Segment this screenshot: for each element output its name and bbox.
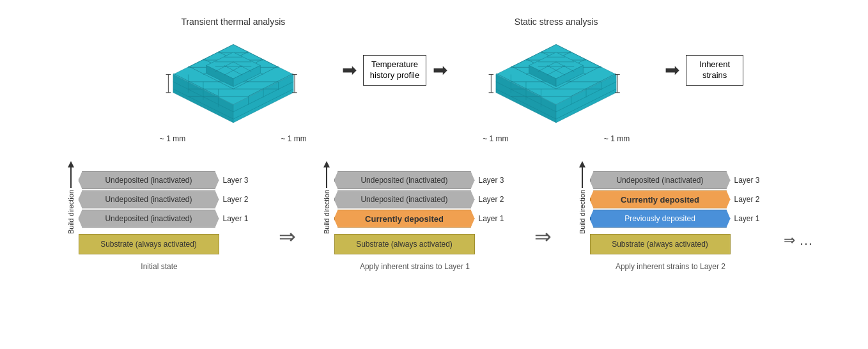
- transient-dim-right: ~ 1 mm: [281, 134, 307, 143]
- state3-layers: Undeposited (inactivated) Layer 3 Curren…: [590, 171, 763, 254]
- state1-layer1-row: Undeposited (inactivated) Layer 1: [79, 210, 252, 228]
- transient-dim-left: ~ 1 mm: [160, 134, 185, 143]
- state2-layer2-row: Undeposited (inactivated) Layer 2: [334, 190, 508, 208]
- state1-substrate-box: Substrate (always activated): [79, 234, 219, 254]
- state2-substrate-row: Substrate (always activated): [334, 231, 508, 254]
- build-dir-label-1: Build direction: [67, 190, 75, 234]
- state1-layer3-row: Undeposited (inactivated) Layer 3: [79, 171, 252, 189]
- state2-layer1-label: Layer 1: [479, 214, 508, 223]
- state1-layer2-label: Layer 2: [223, 195, 252, 204]
- state3-layer3-box: Undeposited (inactivated): [590, 171, 731, 189]
- arrow-from-temp: ➡: [433, 61, 447, 79]
- state3-label: Apply inherent strains to Layer 2: [616, 262, 725, 271]
- state3-layer1-box: Previously deposited: [590, 210, 731, 228]
- inherent-strains-label: Inherentstrains: [699, 59, 730, 80]
- state1-layer1-box: Undeposited (inactivated): [79, 210, 219, 228]
- state3-layer3-label: Layer 3: [734, 176, 763, 185]
- arrow-state1-2: ⇒: [268, 224, 306, 249]
- state3-layer1-label: Layer 1: [734, 214, 763, 223]
- state3-diagram: Build direction Undeposited (inactivated…: [578, 160, 763, 254]
- state1-layer1-label: Layer 1: [223, 214, 252, 223]
- state2-layer3-box: Undeposited (inactivated): [334, 171, 475, 189]
- state3-layer2-row: Currently deposited Layer 2: [590, 190, 763, 208]
- state2-block: Build direction Undeposited (inactivated…: [306, 160, 523, 271]
- static-mesh-box: [473, 29, 639, 132]
- state1-layer2-box: Undeposited (inactivated): [79, 190, 219, 208]
- strain-arrow-area: ➡ Inherentstrains: [665, 55, 743, 86]
- temp-history-label: Temperaturehistory profile: [370, 59, 419, 80]
- arrow-to-strain: ➡: [665, 61, 679, 79]
- state2-layer3-row: Undeposited (inactivated) Layer 3: [334, 171, 508, 189]
- continuation-dots: ⇒ …: [779, 232, 818, 249]
- bottom-section: Build direction Undeposited (inactivated…: [13, 160, 855, 271]
- state2-layer1-box: Currently deposited: [334, 210, 475, 228]
- state2-layer1-row: Currently deposited Layer 1: [334, 210, 508, 228]
- state3-block: Build direction Undeposited (inactivated…: [562, 160, 779, 271]
- main-container: Transient thermal analysis: [0, 0, 868, 349]
- state2-label: Apply inherent strains to Layer 1: [360, 262, 470, 271]
- static-stress-title: Static stress analysis: [515, 17, 598, 27]
- build-dir-label-3: Build direction: [578, 190, 586, 234]
- state3-layer1-row: Previously deposited Layer 1: [590, 210, 763, 228]
- state3-layer2-label: Layer 2: [734, 195, 763, 204]
- state1-block: Build direction Undeposited (inactivated…: [50, 160, 268, 271]
- static-stress-block: Static stress analysis: [447, 17, 665, 143]
- state3-layer2-box: Currently deposited: [590, 190, 731, 208]
- state1-label: Initial state: [141, 262, 177, 271]
- state2-layer2-box: Undeposited (inactivated): [334, 190, 475, 208]
- build-dir-label-2: Build direction: [323, 190, 330, 234]
- state1-layers: Undeposited (inactivated) Layer 3 Undepo…: [79, 171, 252, 254]
- transient-mesh-box: [150, 29, 316, 132]
- temp-history-box: Temperaturehistory profile: [363, 55, 426, 86]
- top-section: Transient thermal analysis: [13, 6, 855, 153]
- transient-thermal-block: Transient thermal analysis: [125, 17, 342, 143]
- state1-diagram: Build direction Undeposited (inactivated…: [67, 160, 252, 254]
- state2-layer3-label: Layer 3: [479, 176, 508, 185]
- transient-thermal-title: Transient thermal analysis: [181, 17, 285, 27]
- state1-substrate-row: Substrate (always activated): [79, 231, 252, 254]
- state3-substrate-box: Substrate (always activated): [590, 234, 731, 254]
- state2-diagram: Build direction Undeposited (inactivated…: [323, 160, 508, 254]
- state1-layer3-label: Layer 3: [223, 176, 252, 185]
- inherent-strains-box: Inherentstrains: [686, 55, 743, 86]
- state1-layer3-box: Undeposited (inactivated): [79, 171, 219, 189]
- temp-arrow-area: ➡ Temperaturehistory profile ➡: [342, 55, 447, 86]
- arrow-state2-3: ⇒: [523, 224, 562, 249]
- state1-layer2-row: Undeposited (inactivated) Layer 2: [79, 190, 252, 208]
- state3-layer3-row: Undeposited (inactivated) Layer 3: [590, 171, 763, 189]
- static-dim-left: ~ 1 mm: [483, 134, 508, 143]
- state2-layer2-label: Layer 2: [479, 195, 508, 204]
- transient-dims: ~ 1 mm ~ 1 mm: [160, 134, 307, 143]
- state2-layers: Undeposited (inactivated) Layer 3 Undepo…: [334, 171, 508, 254]
- static-dim-right: ~ 1 mm: [604, 134, 630, 143]
- static-dims: ~ 1 mm ~ 1 mm: [483, 134, 630, 143]
- state2-substrate-box: Substrate (always activated): [334, 234, 475, 254]
- arrow-to-temp: ➡: [342, 61, 357, 79]
- state3-substrate-row: Substrate (always activated): [590, 231, 763, 254]
